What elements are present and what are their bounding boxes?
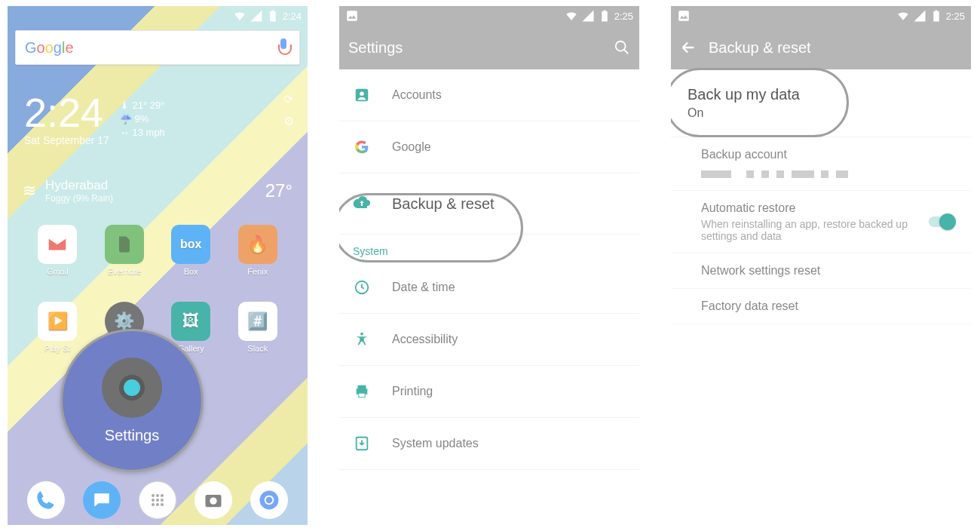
gear-icon (102, 358, 162, 418)
svg-point-0 (152, 494, 155, 497)
pref-auto-restore[interactable]: Automatic restore When reinstalling an a… (671, 191, 971, 253)
location-city: Hyderabad (45, 178, 113, 193)
row-date-time[interactable]: Date & time (339, 262, 639, 314)
wifi-icon (896, 9, 910, 23)
clock-date: Sat September 17 (24, 134, 109, 146)
status-time: 2:24 (283, 11, 302, 22)
dock-drawer[interactable] (139, 481, 176, 519)
app-playstore[interactable]: ▶️ Play St (24, 302, 91, 353)
row-printing[interactable]: Printing (339, 366, 639, 418)
battery-icon (929, 9, 943, 23)
svg-point-5 (161, 499, 164, 502)
app-fenix[interactable]: 🔥 Fenix (225, 225, 292, 276)
google-icon (353, 138, 371, 156)
svg-rect-14 (347, 11, 357, 21)
app-slack[interactable]: #️⃣ Slack (225, 302, 292, 353)
pref-network-reset[interactable]: Network settings reset (671, 253, 971, 289)
row-label: Printing (392, 385, 433, 398)
pref-title: Backup account (701, 148, 954, 161)
svg-point-7 (156, 503, 159, 506)
svg-point-4 (156, 499, 159, 502)
accessibility-icon (353, 330, 371, 348)
pref-title: Network settings reset (701, 264, 954, 278)
app-bar: Settings (339, 26, 639, 69)
svg-point-6 (152, 503, 155, 506)
app-label: Gmail (47, 267, 69, 276)
dock-phone[interactable] (27, 481, 65, 519)
row-label: Accessibility (392, 333, 458, 346)
page-title: Backup & reset (709, 39, 962, 57)
row-accessibility[interactable]: Accessibility (339, 314, 639, 366)
app-label: Evernote (108, 267, 141, 276)
row-backup-reset[interactable]: Backup & reset (339, 173, 639, 235)
app-box[interactable]: box Box (158, 225, 225, 276)
row-system-updates[interactable]: System updates (339, 418, 639, 470)
dock (8, 481, 308, 519)
google-search-bar[interactable]: Google (15, 30, 300, 65)
search-icon[interactable] (614, 39, 630, 56)
settings-list: Accounts Google Backup & reset System Da… (339, 69, 639, 470)
svg-point-10 (210, 498, 216, 505)
status-bar: 2:24 (8, 6, 308, 26)
app-evernote[interactable]: Evernote (91, 225, 158, 276)
temp-range: 21° 29° (132, 100, 164, 111)
row-google[interactable]: Google (339, 121, 639, 173)
status-bar: 2:25 (339, 6, 639, 26)
gear-icon[interactable]: ⚙ (283, 114, 294, 128)
row-label: Google (392, 140, 431, 154)
svg-point-3 (152, 499, 155, 502)
cloud-upload-icon (353, 195, 371, 213)
clock-widget[interactable]: 2:24 Sat September 17 🌡 21° 29° ☔ 9% ↔ 1… (8, 92, 308, 146)
home-screen: 2:24 Google 2:24 Sat September 17 🌡 21° … (8, 6, 308, 525)
status-time: 2:25 (946, 11, 965, 22)
toggle-switch[interactable] (929, 216, 954, 227)
settings-callout[interactable]: Settings (60, 329, 204, 472)
signal-icon (581, 9, 595, 23)
backup-reset-screen: 2:25 Backup & reset Back up my data On B… (671, 6, 971, 525)
fog-icon: ≋ (23, 181, 36, 201)
app-label: Slack (247, 344, 268, 353)
wifi-icon (565, 9, 578, 23)
wifi-icon (233, 9, 247, 23)
dock-messages[interactable] (83, 481, 121, 519)
svg-point-2 (161, 494, 164, 497)
pref-backup-my-data[interactable]: Back up my data On (671, 69, 971, 137)
svg-line-16 (624, 50, 629, 54)
location-cond: Foggy (9% Rain) (45, 193, 113, 204)
printer-icon (353, 382, 371, 401)
back-icon[interactable] (680, 39, 697, 56)
page-title: Settings (348, 39, 602, 57)
row-accounts[interactable]: Accounts (339, 69, 639, 121)
prefs-list: Back up my data On Backup account Automa… (671, 69, 971, 324)
battery-icon (266, 9, 280, 23)
status-bar: 2:25 (671, 6, 971, 26)
svg-rect-23 (678, 11, 689, 21)
account-icon (353, 86, 371, 104)
dock-camera[interactable] (194, 481, 232, 519)
redacted-account (701, 167, 954, 180)
mic-icon[interactable] (277, 38, 290, 57)
dock-chrome[interactable] (250, 481, 288, 519)
pref-factory-reset[interactable]: Factory data reset (671, 289, 971, 324)
svg-point-20 (360, 333, 363, 336)
svg-point-15 (616, 41, 626, 51)
section-header-system: System (339, 235, 639, 262)
app-label: Fenix (247, 267, 268, 276)
weather-card[interactable]: ≋ Hyderabad Foggy (9% Rain) 27° (23, 178, 292, 204)
pref-title: Factory data reset (701, 299, 954, 313)
app-gmail[interactable]: Gmail (24, 225, 91, 276)
clock-icon (353, 278, 371, 296)
wind-speed: 13 mph (132, 127, 164, 138)
svg-rect-21 (359, 394, 364, 397)
pref-title: Automatic restore (701, 201, 918, 215)
row-label: System updates (392, 437, 479, 450)
weather-mini: 🌡 21° 29° ☔ 9% ↔ 13 mph (120, 99, 165, 140)
signal-icon (913, 9, 926, 23)
pref-backup-account[interactable]: Backup account (671, 137, 971, 191)
row-label: Accounts (392, 88, 442, 102)
settings-callout-label: Settings (105, 427, 159, 444)
refresh-icon[interactable]: ⟳ (283, 92, 294, 106)
settings-screen: 2:25 Settings Accounts Google Backup & r… (339, 6, 639, 525)
row-label: Date & time (392, 281, 455, 294)
app-label: Box (184, 267, 198, 276)
